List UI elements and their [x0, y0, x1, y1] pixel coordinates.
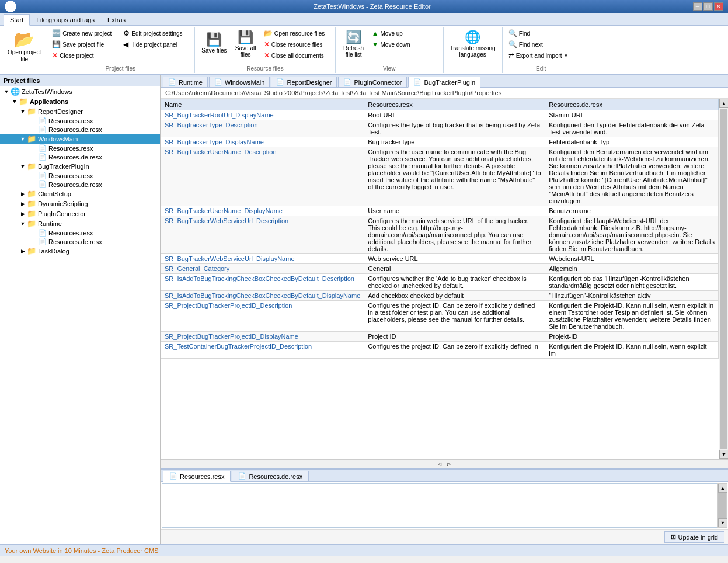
table-cell-name[interactable]: SR_ProjectBugTrackerProjectID_Descriptio…	[161, 301, 364, 332]
table-cell-de-resx: Stamm-URL	[545, 110, 719, 120]
toggle-plugin[interactable]: ▶	[19, 211, 27, 217]
tab-extras[interactable]: Extras	[101, 14, 132, 25]
bottom-textarea[interactable]	[162, 483, 717, 528]
table-row[interactable]: SR_TestContainerBugTrackerProjectID_Desc…	[161, 342, 719, 359]
table-cell-name[interactable]: SR_IsAddToBugTrackingCheckBoxCheckedByDe…	[161, 291, 364, 301]
table-cell-name[interactable]: SR_BugtrackerType_Description	[161, 120, 364, 137]
table-cell-name[interactable]: SR_General_Category	[161, 264, 364, 274]
update-in-grid-button[interactable]: ⊞ Update in grid	[664, 531, 725, 543]
toggle-clientsetup[interactable]: ▶	[19, 191, 27, 197]
toggle-applications[interactable]: ▼	[11, 99, 19, 105]
refresh-file-list-button[interactable]: 🔄 Refreshfile list	[339, 28, 368, 60]
tree-item-runtime[interactable]: ▼ 📁 Runtime	[0, 218, 160, 228]
save-all-files-button[interactable]: 💾 Save allfiles	[231, 28, 260, 60]
move-down-button[interactable]: ▼ Move down	[370, 39, 440, 50]
toggle-windowsmain[interactable]: ▼	[19, 136, 27, 142]
tab-start[interactable]: Start	[4, 14, 30, 26]
tree-item-reportdesigner[interactable]: ▼ 📁 ReportDesigner	[0, 106, 160, 116]
close-button[interactable]: ✕	[714, 2, 723, 11]
toggle-bugtracker[interactable]: ▼	[19, 164, 27, 169]
tree-item-resources-resx-2[interactable]: ▶ 📄 Resources.resx	[0, 144, 160, 152]
tree-item-pluginconnector[interactable]: ▶ 📁 PlugInConnector	[0, 208, 160, 218]
horizontal-scrollbar[interactable]: ◁ ··· ▷	[161, 459, 728, 468]
open-project-button[interactable]: 📂 Open projectfile	[2, 27, 46, 73]
bottom-scroll-thumb[interactable]	[718, 493, 726, 518]
open-resource-files-button[interactable]: 📂 Open resource files	[262, 28, 332, 39]
vertical-scrollbar[interactable]: ▲ ▼	[719, 99, 728, 459]
toggle-reportdesigner[interactable]: ▼	[19, 109, 27, 114]
statusbar-link[interactable]: Your own Website in 10 Minutes - Zeta Pr…	[5, 547, 159, 554]
toggle-dynamic[interactable]: ▶	[19, 201, 27, 207]
table-cell-name[interactable]: SR_BugTrackerWebServiceUrl_DisplayName	[161, 254, 364, 264]
table-row[interactable]: SR_BugTrackerUserName_DisplayNameUser na…	[161, 206, 719, 216]
tree-item-clientsetup[interactable]: ▶ 📁 ClientSetup	[0, 189, 160, 199]
tab-file-groups[interactable]: File groups and tags	[30, 14, 101, 25]
table-row[interactable]: SR_BugTrackerRootUrl_DisplayNameRoot URL…	[161, 110, 719, 120]
scroll-up-button[interactable]: ▲	[719, 99, 728, 108]
close-project-button[interactable]: ✕ Close project	[50, 50, 120, 61]
table-row[interactable]: SR_ProjectBugTrackerProjectID_DisplayNam…	[161, 332, 719, 342]
doc-tab-runtime[interactable]: 📄 Runtime	[163, 77, 208, 87]
toggle-taskdialog[interactable]: ▶	[19, 248, 27, 254]
close-resource-files-button[interactable]: ✕ Close resource files	[262, 39, 332, 50]
table-row[interactable]: SR_BugTrackerWebServiceUrl_DescriptionCo…	[161, 216, 719, 254]
table-row[interactable]: SR_BugtrackerType_DisplayNameBug tracker…	[161, 137, 719, 147]
create-new-project-button[interactable]: 🆕 Create new project	[50, 28, 120, 39]
bottom-tab-resx[interactable]: 📄 Resources.resx	[163, 471, 231, 482]
minimize-button[interactable]: ─	[693, 2, 702, 11]
table-row[interactable]: SR_IsAddToBugTrackingCheckBoxCheckedByDe…	[161, 274, 719, 291]
close-all-docs-button[interactable]: ✕ Close all documents	[262, 50, 332, 61]
table-row[interactable]: SR_BugtrackerType_DescriptionConfigures …	[161, 120, 719, 137]
table-row[interactable]: SR_ProjectBugTrackerProjectID_Descriptio…	[161, 301, 719, 332]
bottom-scrollbar[interactable]: ▲ ▼	[717, 483, 727, 528]
edit-project-settings-button[interactable]: ⚙ Edit project settings	[121, 28, 191, 39]
tree-item-windowsmain[interactable]: ▼ 📁 WindowsMain	[0, 134, 160, 144]
table-cell-name[interactable]: SR_TestContainerBugTrackerProjectID_Desc…	[161, 342, 364, 359]
scroll-down-button[interactable]: ▼	[719, 450, 728, 459]
bottom-tab-de-resx[interactable]: 📄 Resources.de.resx	[232, 471, 309, 481]
scroll-thumb[interactable]	[720, 109, 727, 449]
toggle-runtime[interactable]: ▼	[19, 221, 27, 227]
bottom-scroll-down[interactable]: ▼	[718, 518, 727, 527]
tree-item-resources-de-resx-2[interactable]: ▶ 📄 Resources.de.resx	[0, 152, 160, 161]
tree-item-resources-de-resx-3[interactable]: ▶ 📄 Resources.de.resx	[0, 180, 160, 189]
find-button[interactable]: 🔍 Find	[506, 28, 576, 39]
doc-tab-reportdesigner[interactable]: 📄 ReportDesigner	[271, 77, 337, 87]
tree-item-resources-resx-3[interactable]: ▶ 📄 Resources.resx	[0, 171, 160, 180]
export-import-button[interactable]: ⇄ Export and import ▼	[506, 50, 576, 61]
tree-item-dynamicscripting[interactable]: ▶ 📁 DynamicScripting	[0, 199, 160, 208]
find-next-button[interactable]: 🔍 Find next	[506, 39, 576, 50]
translate-button[interactable]: 🌐 Translate missinglanguages	[447, 28, 499, 60]
table-cell-name[interactable]: SR_IsAddToBugTrackingCheckBoxCheckedByDe…	[161, 274, 364, 291]
table-cell-name[interactable]: SR_BugTrackerRootUrl_DisplayName	[161, 110, 364, 120]
tree-item-bugtrackerplug[interactable]: ▼ 📁 BugTrackerPlugIn	[0, 161, 160, 171]
tree-item-resources-resx-4[interactable]: ▶ 📄 Resources.resx	[0, 228, 160, 237]
col-header-resx: Resources.resx	[364, 99, 545, 110]
table-row[interactable]: SR_IsAddToBugTrackingCheckBoxCheckedByDe…	[161, 291, 719, 301]
tree-item-taskdialog[interactable]: ▶ 📁 TaskDialog	[0, 246, 160, 256]
doc-tab-bugtrackerplug[interactable]: 📄 BugTrackerPlugIn	[408, 77, 480, 88]
save-files-button[interactable]: 💾 Save files	[198, 28, 229, 57]
table-cell-name[interactable]: SR_ProjectBugTrackerProjectID_DisplayNam…	[161, 332, 364, 342]
table-row[interactable]: SR_BugTrackerWebServiceUrl_DisplayNameWe…	[161, 254, 719, 264]
table-row[interactable]: SR_BugTrackerUserName_DescriptionConfigu…	[161, 147, 719, 206]
tree-item-resources-de-resx-1[interactable]: ▶ 📄 Resources.de.resx	[0, 125, 160, 134]
hide-project-panel-button[interactable]: ◀ Hide project panel	[121, 39, 191, 50]
tree-item-resources-de-resx-4[interactable]: ▶ 📄 Resources.de.resx	[0, 237, 160, 246]
table-cell-name[interactable]: SR_BugtrackerType_DisplayName	[161, 137, 364, 147]
table-cell-name[interactable]: SR_BugTrackerWebServiceUrl_Description	[161, 216, 364, 254]
toggle-zetatestwindows[interactable]: ▼	[2, 89, 11, 95]
table-cell-name[interactable]: SR_BugTrackerUserName_DisplayName	[161, 206, 364, 216]
tree-item-applications[interactable]: ▼ 📁 Applications	[0, 96, 160, 106]
table-container[interactable]: Name Resources.resx Resources.de.resx SR…	[161, 99, 719, 459]
table-row[interactable]: SR_General_CategoryGeneralAllgemein	[161, 264, 719, 274]
maximize-button[interactable]: □	[703, 2, 713, 11]
move-up-button[interactable]: ▲ Move up	[370, 28, 440, 39]
doc-tab-windowsmain[interactable]: 📄 WindowsMain	[209, 77, 270, 87]
bottom-scroll-up[interactable]: ▲	[718, 484, 727, 493]
table-cell-name[interactable]: SR_BugTrackerUserName_Description	[161, 147, 364, 206]
tree-item-resources-resx-1[interactable]: ▶ 📄 Resources.resx	[0, 116, 160, 125]
doc-tab-pluginconnector[interactable]: 📄 PlugInConnector	[338, 77, 407, 87]
save-project-file-button[interactable]: 💾 Save project file	[50, 39, 120, 50]
tree-item-zetatestwindows[interactable]: ▼ 🌐 ZetaTestWindows	[0, 86, 160, 96]
